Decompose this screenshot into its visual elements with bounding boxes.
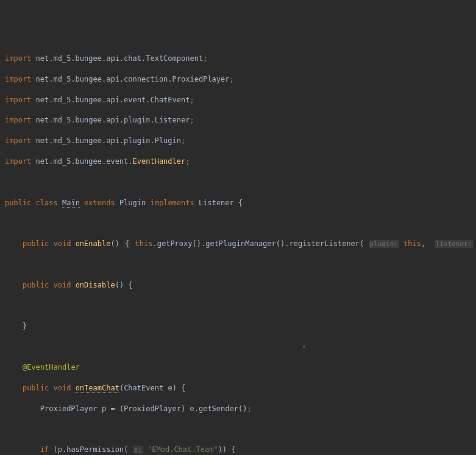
class-declaration: public class Main extends Plugin impleme… xyxy=(0,198,476,208)
import-line: import net.md_5.bungee.event.EventHandle… xyxy=(0,157,476,167)
import-line: import net.md_5.bungee.api.chat.TextComp… xyxy=(0,54,476,64)
breakpoint-dot-icon xyxy=(303,345,305,348)
param-hint: s: xyxy=(133,446,143,454)
blank-line xyxy=(0,301,476,311)
method-onteamchat: public void onTeamChat(ChatEvent e) { xyxy=(0,383,476,393)
annotation: @EventHandler xyxy=(0,362,476,373)
var-declaration: ProxiedPlayer p = (ProxiedPlayer) e.getS… xyxy=(0,404,476,414)
blank-line xyxy=(0,177,476,188)
import-line: import net.md_5.bungee.api.event.ChatEve… xyxy=(0,95,476,105)
close-brace: } xyxy=(0,321,476,331)
if-statement: if (p.hasPermission( s: "EMod.Chat.Team"… xyxy=(0,445,476,455)
blank-line xyxy=(0,342,476,352)
blank-line xyxy=(0,218,476,228)
method-ondisable: public void onDisable() { xyxy=(0,280,476,291)
import-line: import net.md_5.bungee.api.plugin.Plugin… xyxy=(0,136,476,146)
import-line: import net.md_5.bungee.api.plugin.Listen… xyxy=(0,115,476,125)
import-line: import net.md_5.bungee.api.connection.Pr… xyxy=(0,74,476,85)
blank-line xyxy=(0,424,476,434)
param-hint: listener: xyxy=(435,240,474,248)
param-hint: plugin: xyxy=(369,240,399,248)
method-onenable: public void onEnable() { this.getProxy()… xyxy=(0,239,476,249)
code-editor[interactable]: import net.md_5.bungee.api.chat.TextComp… xyxy=(0,43,476,455)
blank-line xyxy=(0,259,476,270)
